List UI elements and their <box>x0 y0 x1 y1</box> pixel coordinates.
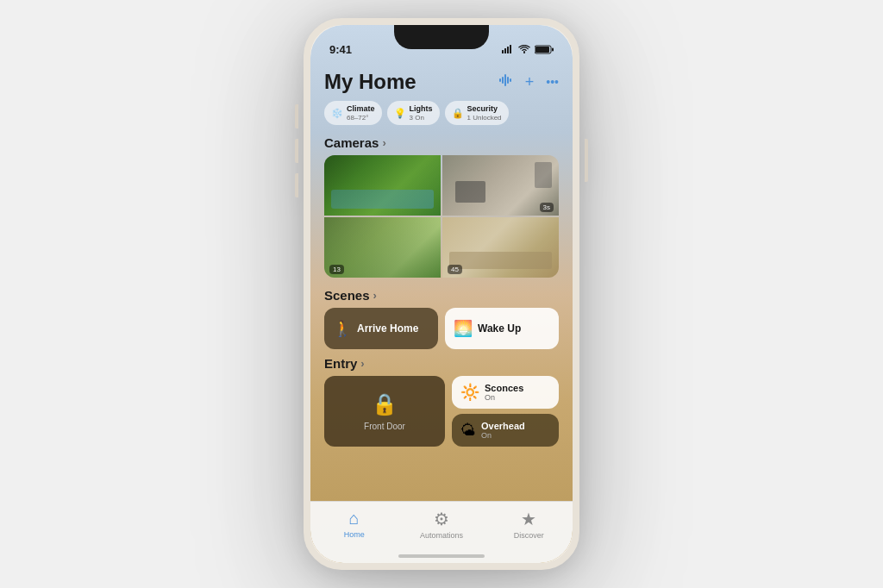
header-icons: + ••• <box>499 73 559 91</box>
home-tab-label: Home <box>344 530 365 539</box>
sconces-status: On <box>485 393 523 402</box>
lights-chip[interactable]: 💡 Lights 3 On <box>387 101 440 125</box>
svg-rect-1 <box>504 48 506 53</box>
arrive-home-label: Arrive Home <box>357 322 418 335</box>
wifi-icon <box>518 45 530 53</box>
automations-tab-label: Automations <box>420 531 463 540</box>
cam4-timer: 45 <box>448 265 462 274</box>
sconces-name: Sconces <box>485 383 523 393</box>
screen-content: My Home + ••• <box>310 63 573 563</box>
climate-label: Climate <box>347 104 375 114</box>
waveform-icon[interactable] <box>499 74 513 90</box>
home-indicator <box>398 554 485 558</box>
power-button[interactable] <box>585 139 588 182</box>
home-tab-icon: ⌂ <box>349 509 360 529</box>
svg-rect-0 <box>502 50 504 53</box>
signal-icon <box>502 45 514 53</box>
overhead-status: On <box>481 431 525 440</box>
chips-row: ❄️ Climate 68–72° 💡 Lights 3 On <box>310 97 573 132</box>
more-button[interactable]: ••• <box>546 75 559 89</box>
entry-arrow: › <box>360 357 364 370</box>
cameras-section-header[interactable]: Cameras › <box>310 132 573 155</box>
notch <box>394 25 489 49</box>
tab-automations[interactable]: ⚙ Automations <box>416 509 467 540</box>
entry-row: 🔒 Front Door 🔆 Sconces On 🌤 <box>310 376 573 447</box>
climate-chip[interactable]: ❄️ Climate 68–72° <box>324 101 382 125</box>
scenes-section-header[interactable]: Scenes › <box>310 285 573 308</box>
automations-tab-icon: ⚙ <box>434 509 449 529</box>
gym-equipment <box>455 181 485 203</box>
entry-label: Entry <box>324 356 357 371</box>
waveform-svg <box>499 74 513 86</box>
sconces-icon: 🔆 <box>460 383 479 402</box>
volume-up-button[interactable] <box>295 104 298 128</box>
arrive-home-icon: 🚶 <box>333 319 352 338</box>
climate-text: Climate 68–72° <box>347 104 375 122</box>
cam-overlay <box>324 155 441 216</box>
entry-right-cards: 🔆 Sconces On 🌤 Overhead On <box>452 376 559 447</box>
camera-cell-2[interactable]: 3s <box>442 155 559 216</box>
discover-tab-icon: ★ <box>521 509 536 529</box>
scenes-row: 🚶 Arrive Home 🌅 Wake Up <box>310 308 573 349</box>
svg-rect-3 <box>510 45 511 53</box>
climate-icon: ❄️ <box>331 108 343 119</box>
svg-rect-7 <box>499 78 501 82</box>
front-door-card[interactable]: 🔒 Front Door <box>324 376 445 447</box>
phone-frame: 9:41 <box>304 18 579 570</box>
sconces-text: Sconces On <box>485 383 523 402</box>
header-bar: My Home + ••• <box>310 63 573 97</box>
cameras-label: Cameras <box>324 135 379 150</box>
lights-sub: 3 On <box>410 114 433 122</box>
sofa-visual <box>449 252 552 269</box>
svg-rect-5 <box>552 47 554 51</box>
security-text: Security 1 Unlocked <box>467 104 502 122</box>
phone-body: 9:41 <box>304 18 579 570</box>
security-sub: 1 Unlocked <box>467 114 502 122</box>
add-button[interactable]: + <box>525 73 535 91</box>
cameras-arrow: › <box>382 136 385 149</box>
entry-section-header[interactable]: Entry › <box>310 353 573 376</box>
page-title: My Home <box>324 70 416 94</box>
front-door-label: Front Door <box>364 422 405 431</box>
wake-up-scene[interactable]: 🌅 Wake Up <box>445 308 559 349</box>
status-time: 9:41 <box>329 43 352 56</box>
tab-discover[interactable]: ★ Discover <box>503 509 554 540</box>
camera-cell-4[interactable]: 45 <box>442 217 559 278</box>
gym-rack <box>535 162 552 188</box>
arrive-home-scene[interactable]: 🚶 Arrive Home <box>324 308 438 349</box>
scenes-label: Scenes <box>324 288 370 303</box>
silent-switch[interactable] <box>295 173 298 197</box>
cameras-grid: 3s 13 45 <box>324 155 559 278</box>
wake-up-icon: 🌅 <box>454 319 473 338</box>
security-label: Security <box>467 104 502 114</box>
climate-sub: 68–72° <box>347 114 375 122</box>
svg-rect-2 <box>507 47 509 53</box>
scenes-arrow: › <box>373 289 377 302</box>
tab-home[interactable]: ⌂ Home <box>329 509 380 539</box>
svg-rect-8 <box>502 77 504 84</box>
svg-rect-10 <box>507 77 509 84</box>
camera-cell-3[interactable]: 13 <box>324 217 441 278</box>
wake-up-label: Wake Up <box>478 322 521 335</box>
svg-rect-11 <box>510 78 511 82</box>
camera-cell-1[interactable] <box>324 155 441 216</box>
svg-rect-6 <box>535 47 549 53</box>
lights-icon: 💡 <box>394 108 406 119</box>
cam3-timer: 13 <box>329 265 344 274</box>
overhead-card[interactable]: 🌤 Overhead On <box>452 414 559 447</box>
lights-text: Lights 3 On <box>410 104 433 122</box>
sconces-card[interactable]: 🔆 Sconces On <box>452 376 559 409</box>
front-door-lock-icon: 🔒 <box>372 392 398 416</box>
volume-down-button[interactable] <box>295 139 298 163</box>
overhead-name: Overhead <box>481 421 525 431</box>
battery-icon <box>535 45 554 54</box>
status-icons <box>502 45 554 54</box>
security-chip[interactable]: 🔒 Security 1 Unlocked <box>445 101 509 125</box>
tab-bar: ⌂ Home ⚙ Automations ★ Discover <box>310 501 573 563</box>
svg-rect-9 <box>504 74 506 86</box>
lights-label: Lights <box>410 104 433 114</box>
discover-tab-label: Discover <box>514 531 544 540</box>
overhead-icon: 🌤 <box>460 422 476 440</box>
cam2-timer: 3s <box>540 203 554 212</box>
overhead-text: Overhead On <box>481 421 525 440</box>
